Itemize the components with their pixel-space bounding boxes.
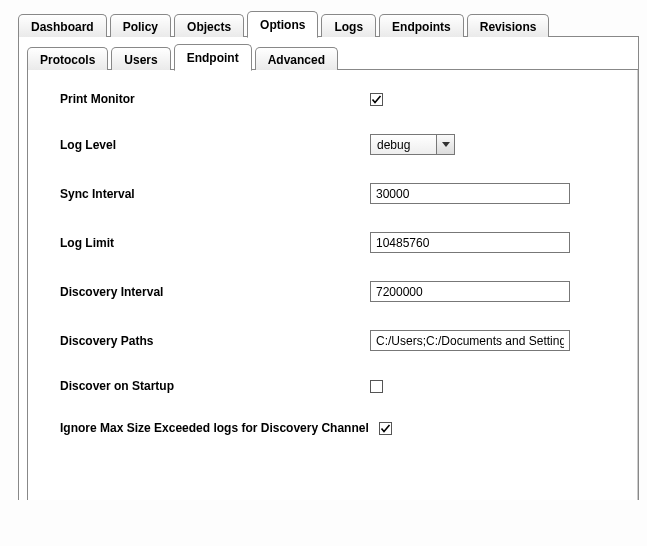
label-sync-interval: Sync Interval <box>60 187 370 201</box>
row-sync-interval: Sync Interval <box>60 183 617 204</box>
label-discover-on-startup: Discover on Startup <box>60 379 370 393</box>
chevron-down-icon[interactable] <box>436 134 455 155</box>
tab-endpoints[interactable]: Endpoints <box>379 14 464 38</box>
tab-objects[interactable]: Objects <box>174 14 244 38</box>
checkbox-ignore-max-size[interactable] <box>379 422 392 435</box>
main-tabs: Dashboard Policy Objects Options Logs En… <box>0 0 647 37</box>
input-discovery-interval[interactable] <box>370 281 570 302</box>
checkbox-print-monitor[interactable] <box>370 93 383 106</box>
label-log-level: Log Level <box>60 138 370 152</box>
select-log-level[interactable]: debug <box>370 134 455 155</box>
tab-dashboard[interactable]: Dashboard <box>18 14 107 38</box>
label-log-limit: Log Limit <box>60 236 370 250</box>
row-print-monitor: Print Monitor <box>60 92 617 106</box>
label-ignore-max-size: Ignore Max Size Exceeded logs for Discov… <box>60 421 369 435</box>
tab-policy[interactable]: Policy <box>110 14 171 38</box>
row-discover-on-startup: Discover on Startup <box>60 379 617 393</box>
row-discovery-paths: Discovery Paths <box>60 330 617 351</box>
label-print-monitor: Print Monitor <box>60 92 370 106</box>
input-discovery-paths[interactable] <box>370 330 570 351</box>
tab-options[interactable]: Options <box>247 11 318 38</box>
subtab-endpoint[interactable]: Endpoint <box>174 44 252 71</box>
options-panel: Protocols Users Endpoint Advanced Print … <box>18 37 639 500</box>
subtab-users[interactable]: Users <box>111 47 170 71</box>
row-log-level: Log Level debug <box>60 134 617 155</box>
row-discovery-interval: Discovery Interval <box>60 281 617 302</box>
tab-revisions[interactable]: Revisions <box>467 14 550 38</box>
input-sync-interval[interactable] <box>370 183 570 204</box>
label-discovery-interval: Discovery Interval <box>60 285 370 299</box>
subtab-advanced[interactable]: Advanced <box>255 47 338 71</box>
row-ignore-max-size: Ignore Max Size Exceeded logs for Discov… <box>60 421 617 435</box>
tab-logs[interactable]: Logs <box>321 14 376 38</box>
row-log-limit: Log Limit <box>60 232 617 253</box>
checkbox-discover-on-startup[interactable] <box>370 380 383 393</box>
endpoint-settings-panel: Print Monitor Log Level debug Sync Inter… <box>27 70 638 500</box>
select-log-level-value: debug <box>370 134 436 155</box>
label-discovery-paths: Discovery Paths <box>60 334 370 348</box>
options-sub-tabs: Protocols Users Endpoint Advanced <box>19 37 638 70</box>
subtab-protocols[interactable]: Protocols <box>27 47 108 71</box>
input-log-limit[interactable] <box>370 232 570 253</box>
svg-marker-0 <box>442 142 450 147</box>
